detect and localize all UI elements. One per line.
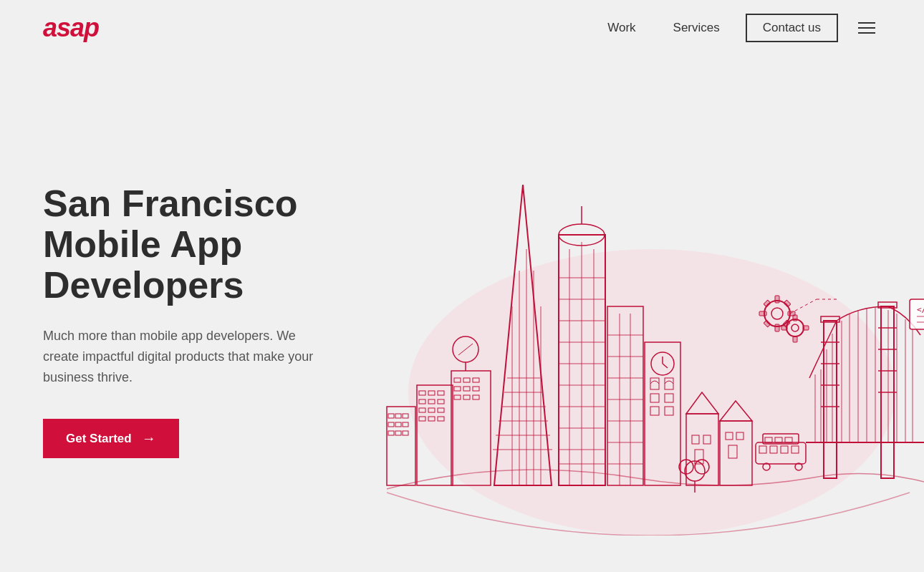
contact-button[interactable]: Contact us [746, 14, 838, 42]
svg-point-0 [408, 249, 895, 535]
svg-text:</>: </> [917, 305, 924, 314]
svg-rect-7 [403, 422, 408, 427]
svg-rect-168 [781, 326, 787, 330]
svg-rect-5 [388, 422, 394, 427]
svg-rect-158 [759, 311, 766, 316]
svg-rect-4 [403, 414, 408, 418]
svg-rect-166 [793, 315, 797, 321]
svg-rect-6 [395, 422, 401, 427]
hero-title: San Francisco Mobile App Developers [43, 183, 358, 306]
nav-services[interactable]: Services [662, 15, 731, 41]
get-started-button[interactable]: Get Started → [43, 419, 179, 458]
svg-rect-156 [775, 296, 779, 303]
hero-section: San Francisco Mobile App Developers Much… [0, 56, 924, 543]
svg-rect-136 [910, 299, 924, 329]
hero-text-block: San Francisco Mobile App Developers Much… [43, 183, 358, 459]
svg-rect-157 [775, 324, 779, 331]
header: asap Work Services Contact us [0, 0, 924, 56]
cta-label: Get Started [66, 432, 132, 446]
hero-illustration: </> [365, 92, 924, 535]
svg-rect-10 [403, 431, 408, 435]
svg-rect-2 [388, 414, 394, 418]
svg-rect-9 [395, 431, 401, 435]
svg-rect-8 [388, 431, 394, 435]
navigation: Work Services Contact us [596, 14, 881, 42]
sf-cityscape-svg: </> [365, 92, 924, 535]
logo[interactable]: asap [43, 13, 99, 43]
hero-subtitle: Much more than mobile app developers. We… [43, 326, 315, 387]
nav-work[interactable]: Work [596, 15, 647, 41]
svg-rect-169 [803, 326, 809, 330]
svg-rect-167 [793, 336, 797, 342]
cta-arrow-icon: → [142, 430, 156, 447]
svg-rect-3 [395, 414, 401, 418]
hamburger-menu-icon[interactable] [852, 16, 881, 39]
